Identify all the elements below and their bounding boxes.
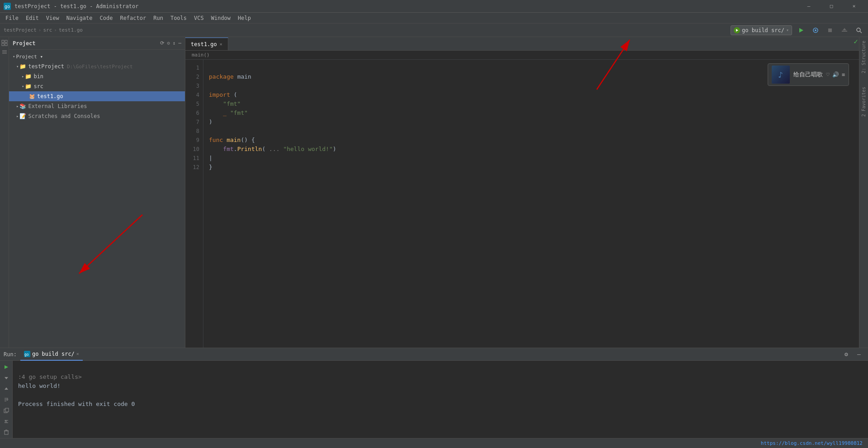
- line-num-1: 1: [185, 63, 199, 72]
- music-like-button[interactable]: ♡: [826, 71, 830, 78]
- tree-testproject-path: D:\GoFiles\testProject: [67, 64, 133, 70]
- editor-area: test1.go ✕ main() 1 2 3 4 5 6 7 8 9 10 1…: [185, 37, 859, 348]
- search-button[interactable]: [854, 25, 864, 36]
- svg-rect-23: [5, 431, 8, 434]
- nav-file: test1.go: [59, 27, 83, 33]
- run-copy-button[interactable]: [2, 406, 11, 415]
- app-icon: go: [4, 3, 11, 10]
- sidebar-icon-2[interactable]: [0, 48, 9, 56]
- title-bar-controls: — □ ✕: [798, 0, 864, 13]
- music-widget: ♪ 给自己唱歌 ♡ 🔊 ≡: [768, 63, 849, 86]
- music-menu-button[interactable]: ≡: [842, 71, 845, 78]
- code-editor: 1 2 3 4 5 6 7 8 9 10 11 12 package main …: [185, 60, 859, 348]
- run-panel: Run: go go build src/ ✕ ⚙ —: [0, 348, 868, 438]
- line-num-7: 7: [185, 118, 199, 127]
- maximize-button[interactable]: □: [821, 0, 842, 13]
- line-numbers: 1 2 3 4 5 6 7 8 9 10 11 12: [185, 60, 203, 348]
- left-sidebar-tabs: [0, 37, 9, 348]
- menu-help[interactable]: Help: [234, 13, 255, 23]
- tree-ext-libs[interactable]: ▸ 📚 External Libraries: [9, 101, 185, 111]
- run-delete-button[interactable]: [2, 428, 11, 437]
- line-num-6: 6: [185, 108, 199, 118]
- debug-button[interactable]: [810, 25, 821, 36]
- tree-testproject[interactable]: ▾ 📁 testProject D:\GoFiles\testProject: [9, 61, 185, 71]
- project-tree: ▾ Project ▾ ▾ 📁 testProject D:\GoFiles\t…: [9, 50, 185, 348]
- svg-rect-11: [2, 40, 4, 42]
- menu-navigate[interactable]: Navigate: [63, 13, 96, 23]
- gear-icon[interactable]: ⚙: [167, 40, 170, 46]
- build-button[interactable]: [839, 25, 850, 36]
- run-tab-gobuild[interactable]: go go build src/ ✕: [20, 348, 83, 361]
- svg-marker-8: [843, 28, 846, 30]
- menu-window[interactable]: Window: [208, 13, 234, 23]
- svg-rect-14: [5, 43, 7, 46]
- run-button[interactable]: [796, 25, 807, 36]
- menu-edit[interactable]: Edit: [22, 13, 42, 23]
- svg-text:go: go: [24, 353, 29, 357]
- stop-button[interactable]: [825, 25, 835, 36]
- title-bar: go testProject - test1.go - Administrato…: [0, 0, 868, 13]
- line-num-12: 12: [185, 163, 199, 172]
- menu-view[interactable]: View: [42, 13, 63, 23]
- svg-marker-3: [799, 28, 803, 33]
- menu-refactor[interactable]: Refactor: [116, 13, 150, 23]
- minimize-button[interactable]: —: [798, 0, 819, 13]
- editor-tabs: test1.go ✕: [185, 37, 859, 51]
- menu-bar: File Edit View Navigate Code Refactor Ru…: [0, 13, 868, 24]
- run-label: Run:: [4, 351, 17, 358]
- bin-expand-icon: ▸: [22, 74, 24, 79]
- tree-scratches[interactable]: ▸ 📝 Scratches and Consoles: [9, 111, 185, 121]
- run-clear-button[interactable]: [2, 417, 11, 426]
- tree-bin-label: bin: [33, 73, 43, 80]
- expand-icon[interactable]: ↕: [173, 40, 176, 46]
- menu-file[interactable]: File: [2, 13, 22, 23]
- run-play-button[interactable]: [2, 363, 11, 372]
- tree-test1go[interactable]: 🐹 test1.go: [9, 91, 185, 101]
- status-url[interactable]: https://blog.csdn.net/wyll19980812: [761, 440, 863, 446]
- tree-project-heading[interactable]: ▾ Project ▾: [9, 52, 185, 61]
- run-config-selector[interactable]: go build src/ ▾: [731, 25, 792, 35]
- folder-icon-src: 📁: [25, 83, 32, 90]
- svg-point-9: [857, 28, 860, 32]
- breadcrumb-main: main(): [192, 52, 210, 58]
- menu-code[interactable]: Code: [96, 13, 117, 23]
- code-content[interactable]: package main import ( "fmt" _ "fmt" ) fu…: [203, 60, 859, 348]
- sidebar-icon-1[interactable]: [0, 39, 9, 47]
- svg-rect-12: [5, 40, 7, 42]
- line-num-9: 9: [185, 136, 199, 145]
- line-4: "fmt": [209, 100, 241, 107]
- favorites-tab-label[interactable]: 2 Favorites: [861, 85, 866, 118]
- sync-icon[interactable]: ⟳: [160, 40, 164, 46]
- tab-test1go[interactable]: test1.go ✕: [185, 38, 228, 50]
- tree-src[interactable]: ▾ 📁 src: [9, 81, 185, 91]
- folder-icon-bin: 📁: [25, 73, 32, 80]
- run-wrap-button[interactable]: [2, 395, 11, 404]
- menu-run[interactable]: Run: [150, 13, 167, 23]
- line-8: func main() {: [209, 137, 255, 143]
- structure-tab-label[interactable]: 2: Structure: [861, 39, 866, 75]
- minimize-panel-button[interactable]: —: [854, 349, 864, 360]
- run-scroll-up-button[interactable]: [2, 384, 11, 393]
- tree-bin[interactable]: ▸ 📁 bin: [9, 71, 185, 81]
- line-num-11: 11: [185, 154, 199, 163]
- run-tab-close-icon[interactable]: ✕: [76, 351, 79, 356]
- tree-project-label: Project ▾: [16, 54, 43, 60]
- close-button[interactable]: ✕: [844, 0, 864, 13]
- menu-vcs[interactable]: VCS: [190, 13, 208, 23]
- tab-close-icon[interactable]: ✕: [220, 42, 222, 47]
- run-scroll-down-button[interactable]: [2, 373, 11, 382]
- line-num-5: 5: [185, 99, 199, 108]
- nav-bar-right: go build src/ ▾: [731, 25, 864, 36]
- output-line-1: :4 go setup calls>: [18, 373, 82, 380]
- menu-tools[interactable]: Tools: [167, 13, 190, 23]
- extlibs-expand-icon: ▸: [16, 104, 19, 108]
- close-panel-icon[interactable]: —: [178, 40, 181, 46]
- settings-button[interactable]: ⚙: [841, 349, 852, 360]
- run-panel-header-left: Run: go go build src/ ✕: [4, 348, 83, 361]
- nav-bar-left: testProject › src › test1.go: [4, 27, 83, 33]
- music-volume-button[interactable]: 🔊: [832, 71, 839, 78]
- right-check: ✓: [854, 37, 858, 46]
- project-title: Project: [13, 40, 36, 47]
- music-thumbnail: ♪: [772, 66, 790, 84]
- tree-testproject-label: testProject: [28, 63, 64, 70]
